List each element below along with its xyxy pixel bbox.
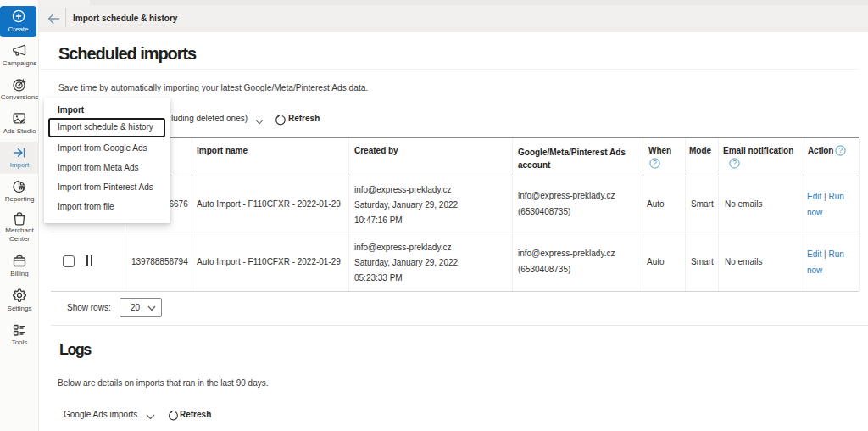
svg-text:?: ? bbox=[653, 159, 657, 167]
svg-text:?: ? bbox=[838, 146, 843, 154]
svg-text:?: ? bbox=[732, 159, 737, 167]
